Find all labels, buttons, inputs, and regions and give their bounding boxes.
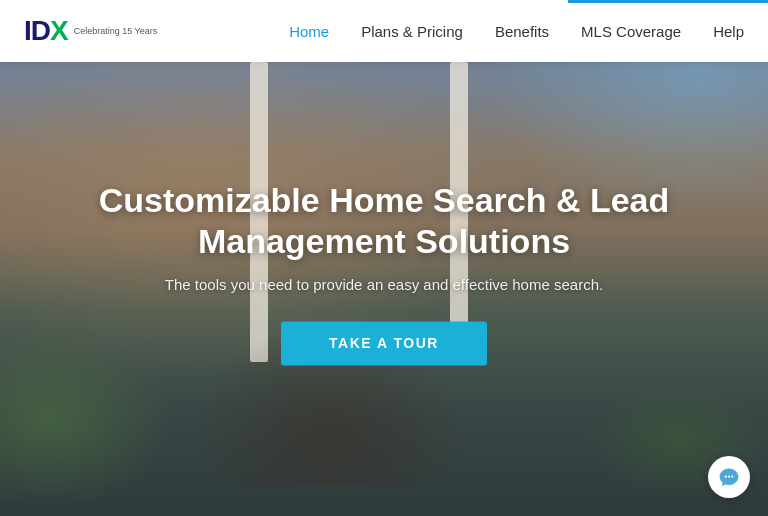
- logo-i: I: [24, 15, 31, 46]
- hero-subtitle: The tools you need to provide an easy an…: [84, 276, 684, 293]
- nav-item-home[interactable]: Home: [289, 23, 329, 40]
- take-a-tour-button[interactable]: TAKE A TOUR: [281, 321, 487, 365]
- header: IDX Celebrating 15 Years Home Plans & Pr…: [0, 0, 768, 62]
- main-nav: Home Plans & Pricing Benefits MLS Covera…: [289, 23, 744, 40]
- svg-point-2: [731, 475, 733, 477]
- nav-item-benefits[interactable]: Benefits: [495, 23, 549, 40]
- nav-item-plans[interactable]: Plans & Pricing: [361, 23, 463, 40]
- hero-section: Customizable Home Search & Lead Manageme…: [0, 0, 768, 516]
- svg-point-1: [728, 475, 730, 477]
- svg-point-0: [725, 475, 727, 477]
- chat-icon: [718, 466, 740, 488]
- logo[interactable]: IDX Celebrating 15 Years: [24, 17, 157, 45]
- logo-tagline: Celebrating 15 Years: [74, 26, 158, 37]
- nav-item-mls[interactable]: MLS Coverage: [581, 23, 681, 40]
- logo-d: D: [31, 15, 50, 46]
- hero-title: Customizable Home Search & Lead Manageme…: [84, 180, 684, 262]
- chat-widget-button[interactable]: [708, 456, 750, 498]
- hero-content: Customizable Home Search & Lead Manageme…: [84, 180, 684, 365]
- nav-item-help[interactable]: Help: [713, 23, 744, 40]
- logo-x: X: [50, 15, 68, 46]
